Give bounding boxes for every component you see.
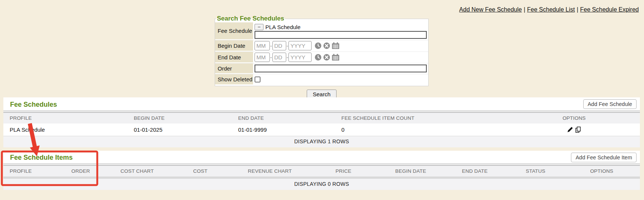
order-label: Order: [215, 63, 253, 74]
col-begin-date: BEGIN DATE: [379, 166, 442, 176]
top-nav: Add New Fee Schedule|Fee Schedule List|F…: [459, 6, 639, 13]
cell-end-date: 01-01-9999: [232, 124, 335, 136]
col-order: ORDER: [56, 166, 106, 176]
cell-profile: PLA Schedule: [3, 124, 127, 136]
col-profile: PROFILE: [3, 113, 127, 124]
link-add-new-fee-schedule[interactable]: Add New Fee Schedule: [459, 6, 522, 13]
fee-schedule-page: Add New Fee Schedule|Fee Schedule List|F…: [0, 0, 644, 200]
copy-icon[interactable]: [575, 126, 581, 133]
table-row: PLA Schedule 01-01-2025 01-01-9999 0: [3, 124, 640, 136]
begin-date-dd-input[interactable]: [272, 41, 286, 50]
col-profile: PROFILE: [3, 166, 56, 176]
col-begin-date: BEGIN DATE: [127, 113, 232, 124]
col-cost-chart: COST CHART: [106, 166, 168, 176]
clock-icon[interactable]: [315, 54, 322, 61]
show-deleted-label: Show Deleted: [215, 74, 253, 85]
col-end-date: END DATE: [442, 166, 508, 176]
fee-schedule-label: Fee Schedule: [215, 22, 253, 40]
begin-date-yyyy-input[interactable]: [288, 41, 312, 50]
search-panel: Search Fee Schedules Fee Schedule − PLA …: [215, 15, 429, 86]
calendar-icon[interactable]: [332, 54, 340, 61]
order-input[interactable]: [255, 65, 427, 72]
col-options: OPTIONS: [508, 113, 640, 124]
fee-schedule-items-section: Fee Schedule Items Add Fee Schedule Item…: [3, 151, 640, 190]
date-dash: -: [270, 54, 272, 60]
col-cost: COST: [168, 166, 232, 176]
col-end-date: END DATE: [232, 113, 335, 124]
link-fee-schedule-list[interactable]: Fee Schedule List: [527, 6, 575, 13]
edit-pencil-icon[interactable]: [567, 126, 573, 133]
nav-separator: |: [522, 6, 527, 13]
show-deleted-checkbox[interactable]: [255, 76, 261, 82]
cell-begin-date: 01-01-2025: [127, 124, 232, 136]
tree-collapse-icon[interactable]: −: [255, 24, 263, 30]
fee-schedules-section: Fee Schedules Add Fee Schedule PROFILE B…: [3, 97, 640, 147]
cell-item-count: 0: [335, 124, 508, 136]
clock-icon[interactable]: [315, 42, 322, 49]
begin-date-label: Begin Date: [215, 40, 253, 51]
fee-schedules-row-count: DISPLAYING 1 ROWS: [3, 136, 640, 147]
end-date-mm-input[interactable]: [255, 53, 270, 62]
fee-schedule-input[interactable]: [255, 31, 427, 39]
col-status: STATUS: [508, 166, 564, 176]
link-fee-schedule-expired[interactable]: Fee Schedule Expired: [580, 6, 639, 13]
begin-date-row: Begin Date - -: [215, 40, 428, 52]
end-date-label: End Date: [215, 52, 253, 63]
clear-date-icon[interactable]: [323, 42, 330, 49]
fee-schedule-row: Fee Schedule − PLA Schedule: [215, 22, 428, 40]
fee-schedules-title: Fee Schedules: [10, 101, 57, 108]
tree-item-pla-schedule[interactable]: PLA Schedule: [265, 24, 300, 30]
add-fee-schedule-item-button[interactable]: Add Fee Schedule Item: [571, 153, 637, 162]
fee-schedules-header-row: PROFILE BEGIN DATE END DATE FEE SCHEDULE…: [3, 113, 640, 124]
nav-separator: |: [575, 6, 580, 13]
end-date-row: End Date - -: [215, 52, 428, 63]
date-dash: -: [287, 54, 288, 60]
col-price: PRICE: [307, 166, 379, 176]
col-options: OPTIONS: [564, 166, 640, 176]
date-dash: -: [287, 43, 288, 49]
fee-schedule-items-header-row: PROFILE ORDER COST CHART COST REVENUE CH…: [3, 166, 640, 176]
date-dash: -: [270, 43, 272, 49]
end-date-yyyy-input[interactable]: [288, 53, 312, 62]
begin-date-mm-input[interactable]: [255, 41, 270, 50]
end-date-dd-input[interactable]: [272, 53, 286, 62]
clear-date-icon[interactable]: [323, 54, 330, 61]
show-deleted-row: Show Deleted: [215, 74, 428, 85]
col-revenue-chart: REVENUE CHART: [232, 166, 307, 176]
calendar-icon[interactable]: [332, 42, 340, 49]
search-panel-title: Search Fee Schedules: [216, 15, 285, 22]
order-row: Order: [215, 63, 428, 74]
col-item-count: FEE SCHEDULE ITEM COUNT: [335, 113, 508, 124]
add-fee-schedule-button[interactable]: Add Fee Schedule: [583, 99, 637, 109]
fee-schedule-items-row-count: DISPLAYING 0 ROWS: [3, 179, 640, 190]
fee-schedule-items-title: Fee Schedule Items: [10, 154, 73, 161]
